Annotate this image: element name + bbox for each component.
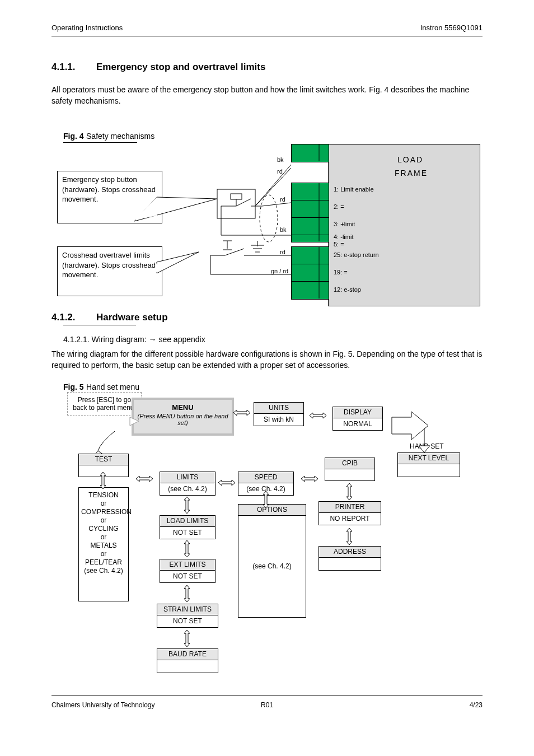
svg-marker-35 (392, 412, 428, 440)
flow-connectors (0, 0, 534, 756)
svg-marker-37 (419, 446, 430, 452)
fig5-caption: Hand set menu (86, 382, 139, 391)
fig5-label: Fig. 5 (63, 382, 84, 391)
